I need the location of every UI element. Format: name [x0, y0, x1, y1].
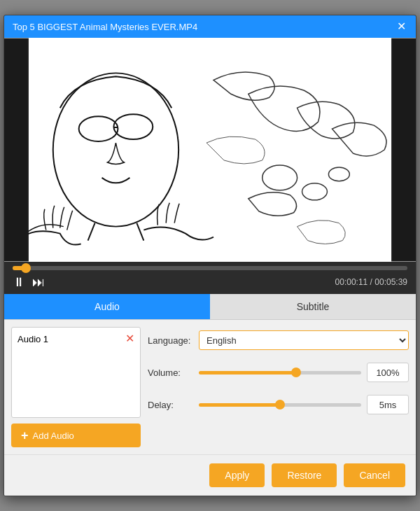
controls-row: ⏸ ⏭ 00:00:11 / 00:05:39: [13, 276, 407, 288]
progress-bar[interactable]: [13, 266, 407, 270]
language-label: Language:: [148, 335, 193, 346]
video-player: [4, 38, 416, 262]
audio-tab-content: Audio 1 ✕ + Add Audio Language: English …: [4, 320, 416, 454]
volume-thumb[interactable]: [291, 368, 301, 377]
video-frame: [4, 38, 416, 262]
time-display: 00:00:11 / 00:05:39: [335, 277, 407, 287]
delay-thumb[interactable]: [275, 400, 285, 410]
tab-audio[interactable]: Audio: [4, 294, 210, 319]
audio-item-label: Audio 1: [18, 334, 48, 344]
apply-button[interactable]: Apply: [209, 463, 265, 487]
volume-row: Volume:: [148, 363, 409, 382]
svg-rect-8: [4, 38, 29, 262]
audio-settings: Language: English French Spanish German …: [148, 327, 409, 447]
svg-rect-9: [391, 38, 416, 262]
ctrl-left: ⏸ ⏭: [13, 276, 45, 288]
cancel-button[interactable]: Cancel: [344, 463, 405, 487]
playback-controls: ⏸ ⏭ 00:00:11 / 00:05:39: [4, 262, 416, 294]
delay-label: Delay:: [148, 400, 193, 410]
audio-list: Audio 1 ✕: [11, 327, 141, 418]
volume-input[interactable]: [367, 363, 409, 382]
svg-rect-0: [4, 38, 416, 262]
delay-input[interactable]: [367, 395, 409, 414]
delay-track: [199, 403, 361, 407]
volume-label: Volume:: [148, 368, 193, 378]
delay-row: Delay:: [148, 395, 409, 414]
audio-remove-button[interactable]: ✕: [125, 333, 134, 344]
restore-button[interactable]: Restore: [272, 463, 337, 487]
plus-icon: +: [21, 429, 29, 442]
window-title: Top 5 BIGGEST Animal Mysteries EVER.MP4: [13, 22, 197, 32]
video-sketch-svg: [4, 38, 416, 262]
title-bar: Top 5 BIGGEST Animal Mysteries EVER.MP4 …: [4, 15, 416, 38]
close-button[interactable]: ✕: [396, 21, 407, 32]
audio-item: Audio 1 ✕: [18, 333, 134, 344]
volume-slider-container[interactable]: [199, 365, 361, 379]
add-audio-button[interactable]: + Add Audio: [11, 424, 141, 447]
volume-track: [199, 371, 361, 374]
main-window: Top 5 BIGGEST Animal Mysteries EVER.MP4 …: [4, 15, 416, 496]
language-select[interactable]: English French Spanish German Chinese: [199, 330, 409, 350]
pause-button[interactable]: ⏸: [13, 276, 25, 288]
tab-subtitle[interactable]: Subtitle: [210, 294, 416, 319]
delay-slider-container[interactable]: [199, 398, 361, 412]
skip-icon: ⏭: [32, 275, 45, 289]
footer-buttons: Apply Restore Cancel: [4, 454, 416, 496]
tabs-row: Audio Subtitle: [4, 294, 416, 320]
skip-button[interactable]: ⏭: [32, 276, 45, 288]
add-audio-label: Add Audio: [33, 430, 74, 441]
progress-thumb[interactable]: [21, 263, 31, 273]
bottom-panel: Audio Subtitle Audio 1 ✕ + Add Audio: [4, 294, 416, 496]
pause-icon: ⏸: [13, 275, 25, 289]
total-time: 00:05:39: [374, 277, 407, 287]
current-time: 00:00:11: [335, 277, 368, 287]
audio-left-panel: Audio 1 ✕ + Add Audio: [11, 327, 141, 447]
language-row: Language: English French Spanish German …: [148, 330, 409, 350]
